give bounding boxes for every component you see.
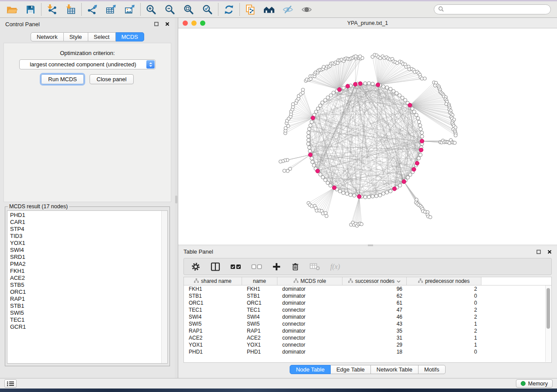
table-cell-predecessor-nodes[interactable]: 2	[407, 327, 481, 334]
mcds-result-item[interactable]: STB1	[7, 303, 167, 309]
table-row[interactable]: ACE2ACE2connector311	[184, 334, 551, 341]
table-cell-shared-name[interactable]: TEC1	[184, 306, 242, 313]
table-cell-mcds-role[interactable]: dominator	[277, 327, 343, 334]
mcds-result-item[interactable]: STP4	[7, 226, 167, 233]
show-all-icon[interactable]	[301, 4, 312, 15]
export-image-icon[interactable]	[124, 4, 135, 15]
export-network-icon[interactable]	[86, 4, 98, 15]
zoom-fit-icon[interactable]	[183, 4, 194, 15]
table-row[interactable]: YOX1YOX1connector291	[184, 341, 551, 348]
table-cell-shared-name[interactable]: YOX1	[184, 341, 242, 348]
table-row[interactable]: SWI5SWI5connector431	[184, 320, 551, 327]
table-cell-predecessor-nodes[interactable]: 1	[407, 334, 481, 341]
table-cell-shared-name[interactable]: STB1	[184, 292, 242, 299]
splitter-handle[interactable]	[368, 244, 373, 246]
table-row[interactable]: FKH1FKH1dominator962	[184, 285, 551, 292]
table-cell-mcds-role[interactable]: dominator	[277, 348, 343, 355]
add-column-icon[interactable]	[272, 262, 281, 271]
table-cell-name[interactable]: PHD1	[242, 348, 277, 355]
network-canvas[interactable]	[178, 28, 557, 244]
memory-button[interactable]: Memory	[516, 379, 553, 388]
float-panel-icon[interactable]	[536, 250, 541, 254]
save-session-icon[interactable]	[25, 4, 36, 15]
delete-rows-icon[interactable]	[291, 262, 300, 272]
run-mcds-button[interactable]: Run MCDS	[41, 74, 84, 84]
table-cell-successor-nodes[interactable]: 61	[343, 299, 407, 306]
table-row[interactable]: TEC1TEC1connector472	[184, 306, 551, 313]
mcds-result-item[interactable]: STB5	[7, 282, 167, 289]
table-cell-predecessor-nodes[interactable]: 2	[407, 313, 481, 320]
tab-network[interactable]: Network	[31, 32, 64, 41]
table-cell-predecessor-nodes[interactable]: 1	[407, 320, 481, 327]
close-panel-icon[interactable]	[547, 250, 552, 254]
table-row[interactable]: RAP1RAP1dominator352	[184, 327, 551, 334]
column-header-name[interactable]: name	[242, 277, 277, 285]
settings-icon[interactable]	[191, 262, 201, 272]
mcds-result-item[interactable]: SWI5	[7, 309, 167, 316]
open-file-icon[interactable]	[6, 4, 17, 15]
table-cell-mcds-role[interactable]: connector	[277, 320, 343, 327]
table-cell-mcds-role[interactable]: connector	[277, 341, 343, 348]
mcds-result-item[interactable]: TEC1	[7, 316, 167, 323]
table-row[interactable]: SWI4SWI4dominator462	[184, 313, 551, 320]
mcds-result-item[interactable]: RAP1	[7, 296, 167, 303]
table-cell-successor-nodes[interactable]: 35	[343, 327, 407, 334]
mcds-result-item[interactable]: FKH1	[7, 268, 167, 275]
mcds-result-list[interactable]: PHD1CAR1STP4TID3YOX1SWI4SRD1PMA2FKH1ACE2…	[7, 210, 168, 364]
table-cell-successor-nodes[interactable]: 96	[343, 285, 407, 292]
column-header-mcds-role[interactable]: MCDS role	[277, 277, 343, 285]
tab-select[interactable]: Select	[88, 32, 116, 41]
table-scrollbar-thumb[interactable]	[547, 288, 550, 329]
duplicate-network-icon[interactable]	[245, 4, 256, 15]
table-cell-successor-nodes[interactable]: 43	[343, 320, 407, 327]
tab-mcds[interactable]: MCDS	[116, 32, 144, 41]
table-cell-name[interactable]: ORC1	[242, 299, 277, 306]
tab-node-table[interactable]: Node Table	[290, 365, 331, 374]
tab-network-table[interactable]: Network Table	[371, 365, 419, 374]
tab-style[interactable]: Style	[64, 32, 88, 41]
mcds-result-item[interactable]: TID3	[7, 233, 167, 240]
zoom-in-icon[interactable]	[145, 4, 157, 15]
list-scrollbar[interactable]	[161, 211, 167, 363]
splitter-handle[interactable]	[175, 196, 177, 203]
toggle-columns-icon[interactable]	[211, 262, 220, 272]
table-cell-predecessor-nodes[interactable]: 1	[407, 341, 481, 348]
table-cell-predecessor-nodes[interactable]: 0	[407, 348, 481, 355]
table-cell-predecessor-nodes[interactable]: 0	[407, 292, 481, 299]
vertical-splitter[interactable]	[175, 18, 178, 378]
table-cell-successor-nodes[interactable]: 29	[343, 341, 407, 348]
zoom-out-icon[interactable]	[164, 4, 176, 15]
table-cell-name[interactable]: RAP1	[242, 327, 277, 334]
import-network-icon[interactable]	[46, 4, 58, 15]
tab-motifs[interactable]: Motifs	[419, 365, 446, 374]
table-cell-shared-name[interactable]: SWI5	[184, 320, 242, 327]
table-cell-mcds-role[interactable]: dominator	[277, 313, 343, 320]
table-cell-mcds-role[interactable]: connector	[277, 334, 343, 341]
table-cell-shared-name[interactable]: FKH1	[184, 285, 242, 292]
network-graph[interactable]	[178, 28, 557, 244]
table-cell-shared-name[interactable]: SWI4	[184, 313, 242, 320]
hide-selected-icon[interactable]	[282, 4, 294, 15]
refresh-view-icon[interactable]	[223, 4, 235, 15]
mcds-result-item[interactable]: SRD1	[7, 254, 167, 261]
table-row[interactable]: STB1STB1dominator620	[184, 292, 551, 299]
panel-list-button[interactable]	[4, 379, 17, 388]
column-header-predecessor-nodes[interactable]: predecessor nodes	[407, 277, 481, 285]
table-cell-successor-nodes[interactable]: 46	[343, 313, 407, 320]
table-cell-name[interactable]: TEC1	[242, 306, 277, 313]
mcds-result-item[interactable]: YOX1	[7, 240, 167, 247]
table-cell-mcds-role[interactable]: connector	[277, 306, 343, 313]
table-cell-name[interactable]: ACE2	[242, 334, 277, 341]
mcds-result-item[interactable]: ACE2	[7, 275, 167, 282]
import-table-icon[interactable]	[65, 4, 76, 15]
table-scrollbar[interactable]	[545, 285, 551, 362]
network-leaf-and-ring-nodes[interactable]	[279, 53, 457, 227]
table-cell-shared-name[interactable]: ORC1	[184, 299, 242, 306]
table-cell-name[interactable]: STB1	[242, 292, 277, 299]
first-neighbors-icon[interactable]	[263, 4, 275, 15]
column-header-successor-nodes[interactable]: successor nodes	[343, 277, 407, 285]
mcds-result-item[interactable]: ORC1	[7, 289, 167, 296]
mcds-result-item[interactable]: PMA2	[7, 261, 167, 268]
select-all-icon[interactable]	[230, 263, 241, 270]
float-panel-icon[interactable]	[154, 22, 159, 26]
